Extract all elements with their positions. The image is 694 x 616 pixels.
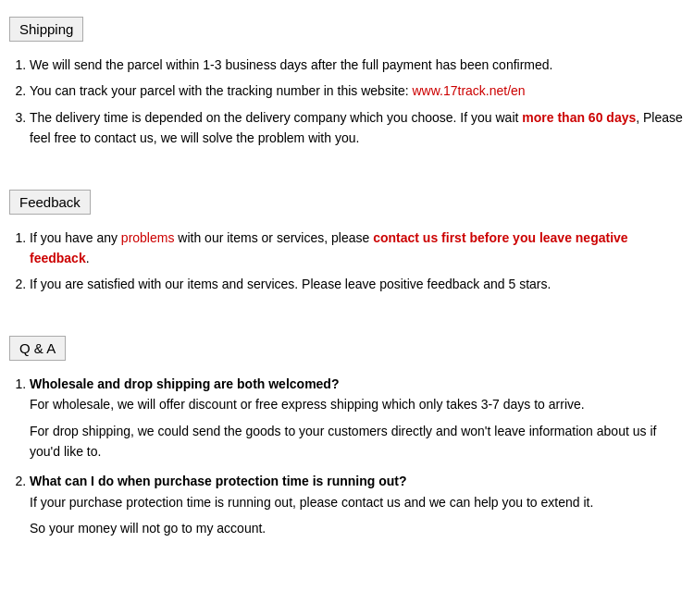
feedback-problems-highlight: problems: [121, 230, 175, 245]
shipping-section: Shipping We will send the parcel within …: [9, 9, 685, 149]
qa-item-2-question: What can I do when purchase protection t…: [30, 471, 685, 491]
qa-list: Wholesale and drop shipping are both wel…: [9, 374, 685, 539]
feedback-item-1-middle: with our items or services, please: [174, 230, 373, 245]
tracking-link[interactable]: www.17track.net/en: [412, 83, 525, 98]
qa-item-2-answer-line1: If your purchase protection time is runn…: [30, 492, 685, 512]
shipping-item-2: You can track your parcel with the track…: [30, 80, 685, 101]
qa-item-2-answer-line2: So your money will not go to my account.: [30, 518, 685, 538]
shipping-item-2-text-before: You can track your parcel with the track…: [30, 83, 412, 98]
qa-section: Q & A Wholesale and drop shipping are bo…: [9, 328, 685, 539]
feedback-item-1: If you have any problems with our items …: [30, 228, 685, 269]
qa-header: Q & A: [9, 336, 66, 361]
shipping-list: We will send the parcel within 1-3 busin…: [9, 55, 685, 149]
shipping-item-1: We will send the parcel within 1-3 busin…: [30, 55, 685, 75]
feedback-item-2-text: If you are satisfied with our items and …: [30, 277, 551, 291]
shipping-item-3: The delivery time is depended on the del…: [30, 107, 685, 149]
feedback-item-1-before: If you have any: [30, 230, 121, 245]
qa-item-1-question: Wholesale and drop shipping are both wel…: [30, 374, 685, 394]
qa-item-2: What can I do when purchase protection t…: [30, 471, 685, 538]
shipping-header: Shipping: [9, 17, 83, 42]
feedback-item-1-after: .: [86, 251, 90, 265]
qa-item-1-answer-line1: For wholesale, we will offer discount or…: [30, 394, 685, 414]
feedback-header: Feedback: [9, 190, 91, 215]
feedback-list: If you have any problems with our items …: [9, 228, 685, 295]
feedback-item-2: If you are satisfied with our items and …: [30, 274, 685, 294]
shipping-item-1-text: We will send the parcel within 1-3 busin…: [30, 57, 552, 72]
qa-item-1: Wholesale and drop shipping are both wel…: [30, 374, 685, 462]
shipping-item-3-text-before: The delivery time is depended on the del…: [30, 110, 522, 125]
qa-item-1-answer-line2: For drop shipping, we could send the goo…: [30, 421, 685, 462]
feedback-section: Feedback If you have any problems with o…: [9, 182, 685, 295]
shipping-item-3-highlight: more than 60 days: [522, 110, 636, 125]
